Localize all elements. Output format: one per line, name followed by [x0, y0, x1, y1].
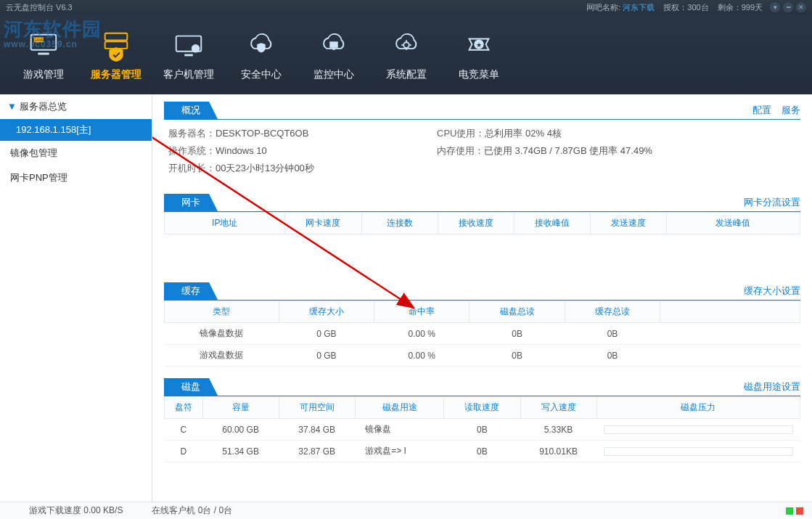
svg-point-11 [403, 42, 409, 48]
table-row: D51.34 GB32.87 GB游戏盘=> I0B910.01KB [165, 441, 800, 462]
nav-server-mgmt[interactable]: 服务器管理 [80, 23, 152, 86]
sidebar-server-selected[interactable]: 192.168.1.158[主] [0, 119, 152, 141]
link-config[interactable]: 配置 [752, 104, 771, 117]
table-row: 镜像盘数据0 GB0.00 %0B0B [165, 323, 800, 345]
nav-client-mgmt[interactable]: 客户机管理 [152, 23, 225, 86]
cache-table: 类型缓存大小命中率磁盘总读缓存总读 镜像盘数据0 GB0.00 %0B0B 游戏… [164, 301, 800, 367]
sidebar-image-pkg[interactable]: 镜像包管理 [0, 141, 152, 165]
main-nav: 河东软件园www.pc0359.cn GAME 游戏管理 服务器管理 客户机管理… [0, 15, 812, 94]
nav-esports[interactable]: ★ 电竞菜单 [443, 23, 515, 86]
section-net: 网卡 网卡分流设置 IP地址 网卡速度 连接数 接收速度 接收峰值 发送速度 发… [164, 194, 800, 271]
table-row: 游戏盘数据0 GB0.00 %0B0B [165, 345, 800, 367]
link-disk-settings[interactable]: 磁盘用途设置 [744, 380, 800, 393]
svg-rect-10 [332, 49, 335, 50]
tab-overview: 概况 [164, 102, 218, 119]
dropdown-icon[interactable]: ▾ [770, 2, 780, 12]
svg-rect-7 [184, 54, 193, 57]
server-shield-icon [80, 28, 152, 64]
svg-rect-3 [38, 53, 49, 55]
close-icon[interactable]: ✕ [796, 2, 806, 12]
status-online: 0台 / 0台 [198, 505, 232, 515]
svg-rect-4 [105, 33, 128, 41]
statusbar: 游戏下载速度 0.00 KB/S 在线客户机 0台 / 0台 [0, 502, 812, 519]
bar-name-link[interactable]: 河东下载 [623, 3, 655, 12]
nav-sysconfig[interactable]: 系统配置 [370, 23, 443, 86]
status-dl-speed: 0.00 KB/S [83, 505, 123, 515]
section-cache: 缓存 缓存大小设置 类型缓存大小命中率磁盘总读缓存总读 镜像盘数据0 GB0.0… [164, 282, 800, 367]
link-service[interactable]: 服务 [782, 104, 800, 117]
section-disk: 磁盘 磁盘用途设置 盘符容量可用空间磁盘用途读取速度写入速度磁盘压力 C60.0… [164, 378, 800, 462]
tab-cache: 缓存 [164, 282, 218, 300]
sidebar: ▼服务器总览 192.168.1.158[主] 镜像包管理 网卡PNP管理 [0, 94, 152, 502]
triangle-down-icon: ▼ [7, 101, 17, 112]
tab-net: 网卡 [164, 194, 218, 211]
badge-star-icon: ★ [443, 28, 515, 64]
titlebar: 云无盘控制台 V6.3 网吧名称: 河东下载 授权：300台 剩余：999天 ▾… [0, 0, 812, 15]
svg-rect-9 [329, 41, 338, 48]
nav-game-mgmt[interactable]: GAME 游戏管理 [7, 23, 80, 86]
main-panel: 概况 配置 服务 服务器名：DESKTOP-BCQT6OB CPU使用：总利用率… [152, 94, 812, 502]
table-row: C60.00 GB37.84 GB镜像盘0B5.33KB [165, 419, 800, 441]
app-title: 云无盘控制台 V6.3 [6, 2, 586, 13]
link-cache-settings[interactable]: 缓存大小设置 [744, 285, 800, 298]
client-icon [152, 28, 225, 64]
section-overview: 概况 配置 服务 服务器名：DESKTOP-BCQT6OB CPU使用：总利用率… [164, 102, 800, 182]
disk-table: 盘符容量可用空间磁盘用途读取速度写入速度磁盘压力 C60.00 GB37.84 … [164, 396, 800, 462]
status-dot-red [796, 507, 803, 515]
nav-security[interactable]: 安全中心 [225, 23, 298, 86]
cloud-shield-icon [225, 28, 298, 64]
svg-text:★: ★ [476, 41, 482, 49]
tab-disk: 磁盘 [164, 378, 218, 396]
minimize-icon[interactable]: ━ [783, 2, 793, 12]
link-net-settings[interactable]: 网卡分流设置 [744, 196, 800, 209]
svg-point-8 [192, 44, 200, 52]
status-dot-green [786, 507, 793, 515]
pc-game-icon: GAME [7, 28, 80, 64]
nav-monitor[interactable]: 监控中心 [298, 23, 370, 86]
cloud-monitor-icon [298, 28, 370, 64]
net-table: IP地址 网卡速度 连接数 接收速度 接收峰值 发送速度 发送峰值 [164, 212, 800, 234]
sidebar-server-overview[interactable]: ▼服务器总览 [0, 94, 152, 119]
svg-text:GAME: GAME [33, 38, 44, 42]
window-controls: ▾ ━ ✕ [770, 2, 806, 12]
sidebar-nic-pnp[interactable]: 网卡PNP管理 [0, 165, 152, 190]
cloud-gear-icon [370, 28, 443, 64]
header-info: 网吧名称: 河东下载 授权：300台 剩余：999天 [586, 2, 763, 13]
